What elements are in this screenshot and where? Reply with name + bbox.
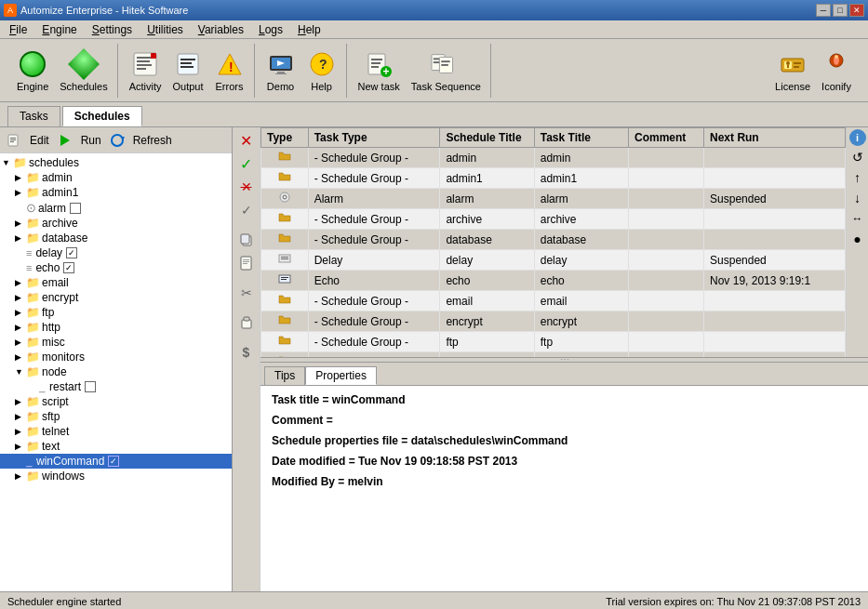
tree-item-misc[interactable]: ▶ 📁 misc xyxy=(0,335,232,350)
table-cell-tasktype[interactable]: Alarm xyxy=(308,189,440,209)
menu-engine[interactable]: Engine xyxy=(34,21,84,38)
table-cell-comment[interactable] xyxy=(629,148,704,168)
table-cell-tasktype[interactable]: - Schedule Group - xyxy=(308,148,440,168)
tree-item-monitors[interactable]: ▶ 📁 monitors xyxy=(0,350,232,364)
tree-item-admin[interactable]: ▶ 📁 admin xyxy=(0,170,232,185)
table-cell-tasktype[interactable]: Echo xyxy=(308,271,440,291)
tree-item-email[interactable]: ▶ 📁 email xyxy=(0,275,232,290)
table-cell-nextrun[interactable] xyxy=(704,291,846,311)
tree-item-telnet[interactable]: ▶ 📁 telnet xyxy=(0,424,232,439)
table-cell-schedule[interactable]: email xyxy=(440,291,534,311)
tree-item-wincommand[interactable]: ▶ ⎯ winCommand ✓ xyxy=(0,454,232,469)
table-cell-title[interactable]: archive xyxy=(534,209,628,230)
edit-icon[interactable] xyxy=(4,130,24,151)
delay-checkbox[interactable]: ✓ xyxy=(66,247,77,258)
down-button[interactable]: ↓ xyxy=(848,189,867,207)
paste-button[interactable] xyxy=(235,311,258,334)
table-cell-tasktype[interactable]: - Schedule Group - xyxy=(308,332,440,352)
check-dark-button[interactable]: ✓ xyxy=(235,199,258,221)
tab-tasks[interactable]: Tasks xyxy=(7,106,60,126)
table-cell-tasktype[interactable]: - Schedule Group - xyxy=(308,209,440,230)
table-cell-schedule[interactable]: archive xyxy=(440,209,534,230)
expand-button[interactable]: ↔ xyxy=(848,209,867,228)
table-cell-tasktype[interactable]: Delay xyxy=(308,250,440,271)
table-cell-title[interactable]: echo xyxy=(534,271,628,291)
maximize-button[interactable]: □ xyxy=(833,4,848,17)
table-cell-comment[interactable] xyxy=(629,230,704,250)
table-cell-comment[interactable] xyxy=(629,332,704,352)
table-cell-schedule[interactable]: admin xyxy=(440,148,534,168)
table-cell-nextrun[interactable] xyxy=(704,209,846,230)
menu-variables[interactable]: Variables xyxy=(191,21,251,38)
tree-item-delay[interactable]: ▶ ≡ delay ✓ xyxy=(0,245,232,260)
table-cell-comment[interactable] xyxy=(629,291,704,311)
restart-checkbox[interactable] xyxy=(85,381,96,392)
table-cell-title[interactable]: database xyxy=(534,230,628,250)
tree-item-admin1[interactable]: ▶ 📁 admin1 xyxy=(0,185,232,200)
tree-item-script[interactable]: ▶ 📁 script xyxy=(0,394,232,409)
table-cell-comment[interactable] xyxy=(629,189,704,209)
demo-button[interactable]: Demo xyxy=(262,47,300,94)
table-row[interactable] xyxy=(261,311,309,332)
table-cell-schedule[interactable]: delay xyxy=(440,250,534,271)
table-cell-title[interactable]: ftp xyxy=(534,332,628,352)
table-cell-tasktype[interactable]: - Schedule Group - xyxy=(308,311,440,332)
check-button[interactable]: ✓ xyxy=(235,152,258,175)
table-cell-nextrun[interactable] xyxy=(704,311,846,332)
table-cell-schedule[interactable]: database xyxy=(440,230,534,250)
output-button[interactable]: Output xyxy=(168,47,207,94)
close-button[interactable]: ✕ xyxy=(849,4,864,17)
errors-button[interactable]: ! Errors xyxy=(211,47,248,94)
table-cell-title[interactable]: encrypt xyxy=(534,311,628,332)
license-button[interactable]: License xyxy=(771,47,814,94)
table-row[interactable] xyxy=(261,250,309,271)
table-cell-schedule[interactable]: alarm xyxy=(440,189,534,209)
refresh-icon[interactable] xyxy=(107,130,127,151)
schedules-button[interactable]: Schedules xyxy=(56,47,111,94)
tab-schedules[interactable]: Schedules xyxy=(62,106,142,126)
table-cell-schedule[interactable]: echo xyxy=(440,271,534,291)
table-cell-title[interactable]: admin xyxy=(534,148,628,168)
table-row[interactable] xyxy=(261,332,309,352)
table-cell-nextrun[interactable]: Suspended xyxy=(704,189,846,209)
table-row[interactable] xyxy=(261,209,309,230)
table-cell-nextrun[interactable]: Nov 19, 2013 9:19:1 xyxy=(704,271,846,291)
rotate-button[interactable]: ↺ xyxy=(848,148,867,166)
run-icon[interactable] xyxy=(55,130,75,151)
table-cell-comment[interactable] xyxy=(629,311,704,332)
dollar-button[interactable]: $ xyxy=(235,341,258,364)
taskseq-button[interactable]: Task Sequence xyxy=(407,47,485,94)
alarm-checkbox[interactable] xyxy=(70,203,81,214)
table-cell-nextrun[interactable] xyxy=(704,230,846,250)
table-cell-title[interactable]: delay xyxy=(534,250,628,271)
table-cell-tasktype[interactable]: - Schedule Group - xyxy=(308,230,440,250)
newtask-button[interactable]: + New task xyxy=(354,47,404,94)
table-cell-comment[interactable] xyxy=(629,271,704,291)
table-cell-nextrun[interactable] xyxy=(704,332,846,352)
tree-item-encrypt[interactable]: ▶ 📁 encrypt xyxy=(0,290,232,305)
run-label[interactable]: Run xyxy=(77,134,105,147)
menu-utilities[interactable]: Utilities xyxy=(140,21,191,38)
menu-settings[interactable]: Settings xyxy=(85,21,140,38)
tree-item-text[interactable]: ▶ 📁 text xyxy=(0,439,232,454)
tab-tips[interactable]: Tips xyxy=(264,366,305,385)
refresh-label[interactable]: Refresh xyxy=(129,134,176,147)
table-cell-schedule[interactable]: admin1 xyxy=(440,168,534,189)
tree-item-schedules[interactable]: ▼ 📁 schedules xyxy=(0,155,232,170)
table-cell-nextrun[interactable] xyxy=(704,148,846,168)
table-cell-comment[interactable] xyxy=(629,168,704,189)
table-cell-tasktype[interactable]: - Schedule Group - xyxy=(308,291,440,311)
table-row[interactable] xyxy=(261,271,309,291)
table-row[interactable] xyxy=(261,168,309,189)
copy-button[interactable] xyxy=(235,229,258,251)
info-button[interactable]: i xyxy=(849,129,866,146)
help-button[interactable]: ? Help xyxy=(303,47,341,94)
tree-item-windows[interactable]: ▶ 📁 windows xyxy=(0,469,232,483)
circle-button[interactable]: ● xyxy=(848,230,867,248)
table-cell-title[interactable]: alarm xyxy=(534,189,628,209)
table-row[interactable] xyxy=(261,148,309,168)
tab-properties[interactable]: Properties xyxy=(305,366,377,385)
tree-item-node[interactable]: ▼ 📁 node xyxy=(0,364,232,379)
table-row[interactable] xyxy=(261,230,309,250)
table-cell-title[interactable]: email xyxy=(534,291,628,311)
